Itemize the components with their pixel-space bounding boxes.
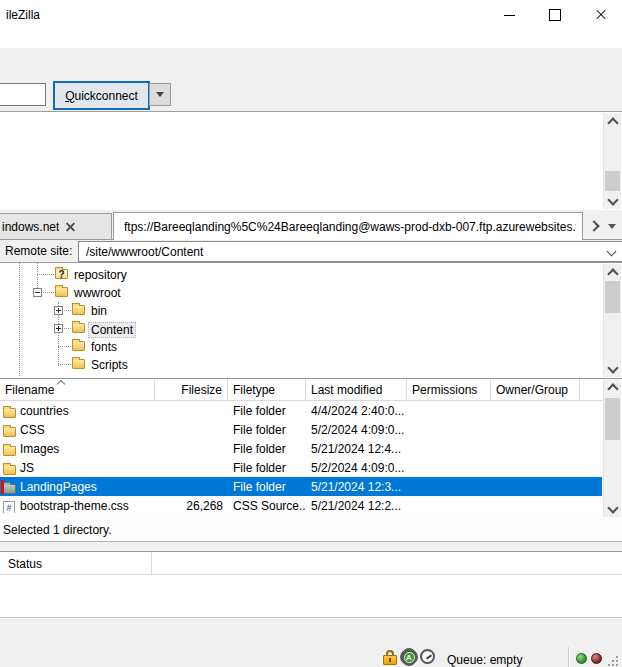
close-icon	[595, 9, 607, 21]
tab-close-icon[interactable]	[66, 222, 75, 231]
folder-icon	[72, 305, 85, 315]
tree-item-label: bin	[88, 304, 110, 318]
chevron-down-icon	[607, 247, 617, 257]
file-last-modified: 5/21/2024 12:3...	[306, 480, 407, 494]
scrollbar-thumb[interactable]	[605, 171, 620, 191]
file-row-bootstrap-theme-css[interactable]: #bootstrap-theme.css26,268CSS Source...5…	[0, 496, 602, 515]
file-last-modified: 5/21/2024 12:4...	[306, 442, 407, 456]
file-row-countries[interactable]: countriesFile folder4/4/2024 2:40:0...	[0, 401, 602, 420]
tab-inactive[interactable]: indows.net	[0, 213, 112, 239]
folder-icon	[72, 359, 85, 369]
scroll-up-icon[interactable]	[604, 264, 621, 280]
status-bar: A Queue: empty	[0, 617, 622, 667]
file-filetype: CSS Source...	[228, 499, 306, 513]
tab-active[interactable]: ftps://Bareeqlanding%5C%24Bareeqlanding@…	[113, 212, 583, 240]
tree-item-label: wwwroot	[71, 286, 124, 300]
folder-icon	[72, 341, 85, 351]
chevron-right-icon	[588, 220, 599, 231]
file-filetype: File folder	[228, 480, 306, 494]
file-list-scrollbar[interactable]	[603, 379, 621, 517]
tree-item-repository[interactable]: ?repository	[0, 266, 600, 284]
tree-connector	[58, 364, 71, 365]
selection-status-bar: Selected 1 directory.	[0, 518, 622, 542]
remote-site-combobox[interactable]: /site/wwwroot/Content	[78, 241, 622, 262]
file-row-images[interactable]: ImagesFile folder5/21/2024 12:4...	[0, 439, 602, 458]
tree-item-label: Scripts	[88, 358, 131, 372]
file-row-css[interactable]: CSSFile folder5/2/2024 4:09:0...	[0, 420, 602, 439]
scrollbar-thumb[interactable]	[605, 281, 620, 313]
quickconnect-host-input[interactable]	[0, 83, 46, 106]
file-name: JS	[20, 461, 34, 475]
tab-list-dropdown-button[interactable]	[604, 216, 620, 236]
file-name: countries	[20, 404, 69, 418]
file-filesize: 26,268	[155, 499, 228, 513]
selection-status-text: Selected 1 directory.	[3, 523, 112, 537]
lock-icon[interactable]	[383, 650, 397, 665]
column-header-label: Permissions	[412, 383, 477, 397]
column-header-filename[interactable]: Filename	[0, 379, 155, 400]
scroll-down-icon[interactable]	[604, 501, 621, 517]
column-header-filetype[interactable]: Filetype	[228, 379, 306, 400]
tree-item-wwwroot[interactable]: wwwroot	[0, 284, 600, 302]
menu-bar	[0, 30, 622, 48]
title-bar: ileZilla	[0, 0, 622, 30]
remote-site-label: Remote site:	[5, 244, 72, 258]
file-filetype: File folder	[228, 442, 306, 456]
minimize-button[interactable]	[489, 0, 529, 30]
remote-site-row: Remote site: /site/wwwroot/Content	[0, 240, 622, 263]
column-header-permissions[interactable]: Permissions	[407, 379, 491, 400]
queue-header: Status	[0, 552, 622, 575]
scroll-up-icon[interactable]	[604, 379, 621, 395]
message-log	[0, 112, 622, 210]
expander-plus-icon[interactable]	[54, 324, 63, 333]
file-filetype: File folder	[228, 404, 306, 418]
tab-scroll-right-button[interactable]	[586, 216, 602, 236]
tree-scrollbar[interactable]	[603, 264, 621, 377]
quickconnect-dropdown-button[interactable]	[149, 83, 171, 106]
column-header-last-modified[interactable]: Last modified	[306, 379, 407, 400]
close-button[interactable]	[581, 0, 621, 30]
file-last-modified: 4/4/2024 2:40:0...	[306, 404, 407, 418]
file-name: Images	[20, 442, 59, 456]
scroll-down-icon[interactable]	[604, 193, 621, 209]
transfer-queue-panel: Status	[0, 551, 622, 617]
folder-icon	[3, 465, 16, 475]
tree-item-fonts[interactable]: fonts	[0, 338, 600, 356]
gear-auto-icon[interactable]: A	[401, 649, 417, 665]
scroll-down-icon[interactable]	[604, 361, 621, 377]
resize-grip[interactable]	[608, 656, 620, 667]
column-header-filesize[interactable]: Filesize	[155, 379, 228, 400]
status-dot-green	[576, 653, 587, 664]
remote-site-path: /site/wwwroot/Content	[86, 245, 203, 259]
file-last-modified: 5/2/2024 4:09:0...	[306, 461, 407, 475]
tree-item-scripts[interactable]: Scripts	[0, 356, 600, 374]
quickconnect-label: Quickconnect	[65, 89, 138, 103]
css-file-icon: #	[3, 501, 15, 513]
tree-item-bin[interactable]: bin	[0, 302, 600, 320]
scroll-up-icon[interactable]	[604, 113, 621, 129]
tree-connector	[64, 328, 71, 329]
tree-item-content[interactable]: Content	[0, 320, 600, 338]
statusbar-separator	[568, 647, 570, 667]
queue-column-status[interactable]: Status	[0, 552, 152, 575]
expander-minus-icon[interactable]	[33, 288, 42, 297]
tree-item-label: fonts	[88, 340, 120, 354]
message-log-scrollbar[interactable]	[603, 113, 621, 209]
file-row-js[interactable]: JSFile folder5/2/2024 4:09:0...	[0, 458, 602, 477]
quickconnect-button[interactable]: Quickconnect	[53, 81, 150, 110]
column-header-owner-group[interactable]: Owner/Group	[491, 379, 580, 400]
column-header-label: Owner/Group	[496, 383, 568, 397]
annotation-red-box	[1, 480, 155, 494]
tree-connector	[64, 310, 71, 311]
speed-gauge-icon[interactable]	[420, 649, 435, 664]
tree-item-label: repository	[71, 268, 130, 282]
maximize-button[interactable]	[535, 0, 575, 30]
tab-bar: indows.net ftps://Bareeqlanding%5C%24Bar…	[0, 210, 622, 240]
folder-icon	[55, 287, 68, 297]
file-row-landingpages[interactable]: LandingPagesFile folder5/21/2024 12:3...	[0, 477, 602, 496]
scrollbar-thumb[interactable]	[605, 398, 620, 440]
column-header-label: Filename	[5, 383, 54, 397]
folder-icon	[72, 323, 85, 333]
expander-plus-icon[interactable]	[54, 306, 63, 315]
maximize-icon	[549, 9, 561, 21]
